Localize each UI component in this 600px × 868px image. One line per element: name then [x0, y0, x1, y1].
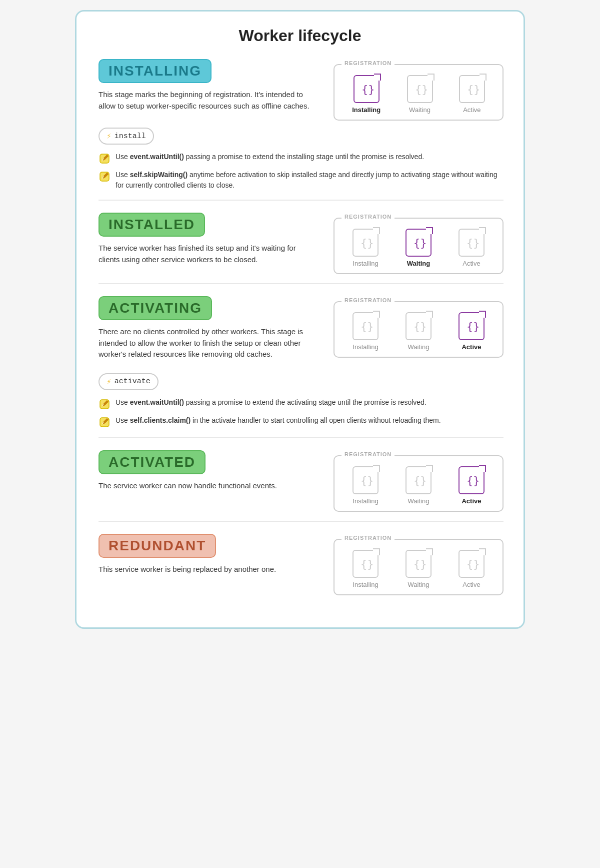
- worker-icon: {}: [354, 75, 380, 103]
- svg-text:{}: {}: [466, 237, 478, 249]
- stage-section-installing: INSTALLING This stage marks the beginnin…: [96, 59, 504, 201]
- registration-items: {} Installing {} Waiting {} Active: [342, 462, 496, 505]
- stage-right: REGISTRATION {} Installing {} Waiting {}…: [334, 296, 504, 358]
- pencil-icon: [98, 398, 110, 410]
- stage-section-activating: ACTIVATING There are no clients controll…: [96, 296, 504, 438]
- reg-item-active: {} Active: [458, 550, 484, 588]
- reg-item-label: Active: [462, 497, 481, 505]
- worker-icon: {}: [352, 229, 378, 257]
- worker-icon: {}: [406, 466, 432, 494]
- reg-item-label: Waiting: [407, 260, 430, 267]
- reg-item-active: {} Active: [458, 466, 484, 505]
- stage-header-row: ACTIVATED The service worker can now han…: [98, 450, 504, 512]
- stage-badge: INSTALLEd: [98, 213, 205, 237]
- svg-text:{}: {}: [466, 320, 478, 333]
- pencil-icon: [98, 153, 110, 165]
- svg-text:{}: {}: [360, 474, 372, 487]
- stage-right: REGISTRATION {} Installing {} Waiting {}…: [334, 213, 504, 274]
- stage-header-row: INSTALLING This stage marks the beginnin…: [98, 59, 504, 121]
- reg-item-waiting: {} Waiting: [406, 466, 432, 505]
- reg-item-label: Installing: [352, 343, 378, 351]
- reg-item-label: Installing: [352, 260, 378, 267]
- svg-text:{}: {}: [360, 320, 372, 333]
- svg-text:{}: {}: [360, 237, 372, 249]
- stage-left: INSTALLEd The service worker has finishe…: [98, 213, 318, 271]
- registration-box: REGISTRATION {} Installing {} Waiting {}…: [334, 539, 504, 595]
- bolt-icon: ⚡: [106, 377, 112, 387]
- event-name: install: [114, 132, 146, 141]
- reg-item-label: Installing: [352, 106, 380, 114]
- stage-left: ACTIVATED The service worker can now han…: [98, 450, 318, 498]
- svg-text:{}: {}: [360, 558, 372, 570]
- registration-box: REGISTRATION {} Installing {} Waiting {}…: [334, 218, 504, 274]
- stage-description: This stage marks the beginning of regist…: [98, 89, 318, 112]
- stage-description: This service worker is being replaced by…: [98, 564, 318, 575]
- stage-left: REDUNDANT This service worker is being r…: [98, 534, 318, 581]
- event-pill: ⚡ activate: [98, 373, 158, 390]
- worker-icon: {}: [352, 550, 378, 578]
- reg-item-label: Active: [462, 260, 480, 267]
- page-wrapper: Worker lifecycle INSTALLING This stage m…: [75, 10, 525, 629]
- reg-item-installing: {} Installing: [352, 229, 378, 267]
- section-divider: [98, 283, 504, 284]
- worker-icon: {}: [407, 75, 433, 103]
- reg-item-label: Waiting: [408, 581, 430, 588]
- stage-left: ACTIVATING There are no clients controll…: [98, 296, 318, 366]
- worker-icon: {}: [458, 312, 484, 340]
- note-item: Use self.skipWaiting() anytime before ac…: [98, 170, 504, 191]
- reg-item-installing: {} Installing: [352, 550, 378, 588]
- worker-icon: {}: [352, 466, 378, 494]
- registration-items: {} Installing {} Waiting {} Active: [342, 308, 496, 351]
- stage-section-activated: ACTIVATED The service worker can now han…: [96, 450, 504, 522]
- note-item: Use self.clients.claim() in the activate…: [98, 415, 504, 428]
- svg-text:{}: {}: [414, 474, 426, 487]
- svg-text:{}: {}: [466, 474, 478, 487]
- pencil-icon: [98, 416, 110, 428]
- reg-item-waiting: {} Waiting: [407, 75, 433, 114]
- stage-right: REGISTRATION {} Installing {} Waiting {}…: [334, 59, 504, 121]
- stage-section-installed: INSTALLEd The service worker has finishe…: [96, 213, 504, 284]
- stage-badge: ACTIVATED: [98, 450, 206, 474]
- svg-text:{}: {}: [467, 83, 479, 96]
- stage-description: The service worker can now handle functi…: [98, 480, 318, 492]
- note-item: Use event.waitUntil() passing a promise …: [98, 152, 504, 165]
- reg-item-label: Active: [462, 581, 480, 588]
- stages-container: INSTALLING This stage marks the beginnin…: [96, 59, 504, 595]
- note-text: Use self.clients.claim() in the activate…: [116, 415, 441, 426]
- registration-label: REGISTRATION: [342, 60, 394, 66]
- stage-right: REGISTRATION {} Installing {} Waiting {}…: [334, 534, 504, 595]
- section-divider: [98, 200, 504, 201]
- registration-box: REGISTRATION {} Installing {} Waiting {}…: [334, 455, 504, 512]
- registration-box: REGISTRATION {} Installing {} Waiting {}…: [334, 64, 504, 121]
- reg-item-label: Waiting: [408, 497, 430, 505]
- reg-item-installing: {} Installing: [352, 75, 380, 114]
- event-pill: ⚡ install: [98, 128, 154, 145]
- stage-section-redundant: REDUNDANT This service worker is being r…: [96, 534, 504, 595]
- stage-header-row: ACTIVATING There are no clients controll…: [98, 296, 504, 366]
- registration-items: {} Installing {} Waiting {} Active: [342, 71, 496, 114]
- worker-icon: {}: [352, 312, 378, 340]
- note-text: Use self.skipWaiting() anytime before ac…: [116, 170, 504, 191]
- reg-item-waiting: {} Waiting: [406, 312, 432, 351]
- worker-icon: {}: [458, 550, 484, 578]
- reg-item-active: {} Active: [458, 229, 484, 267]
- svg-text:{}: {}: [415, 83, 427, 96]
- svg-text:{}: {}: [414, 320, 426, 333]
- svg-text:{}: {}: [466, 558, 478, 570]
- reg-item-label: Active: [463, 106, 480, 114]
- svg-text:{}: {}: [414, 237, 426, 249]
- stage-description: The service worker has finished its setu…: [98, 243, 318, 265]
- worker-icon: {}: [458, 229, 484, 257]
- stage-badge: INSTALLING: [98, 59, 212, 83]
- pencil-icon: [98, 171, 110, 183]
- stage-description: There are no clients controlled by other…: [98, 326, 318, 360]
- reg-item-active: {} Active: [458, 312, 484, 351]
- worker-icon: {}: [406, 312, 432, 340]
- reg-item-label: Installing: [352, 497, 378, 505]
- section-divider: [98, 437, 504, 438]
- reg-item-label: Waiting: [408, 343, 430, 351]
- reg-item-waiting: {} Waiting: [406, 229, 432, 267]
- stage-right: REGISTRATION {} Installing {} Waiting {}…: [334, 450, 504, 512]
- stage-header-row: INSTALLEd The service worker has finishe…: [98, 213, 504, 274]
- stage-header-row: REDUNDANT This service worker is being r…: [98, 534, 504, 595]
